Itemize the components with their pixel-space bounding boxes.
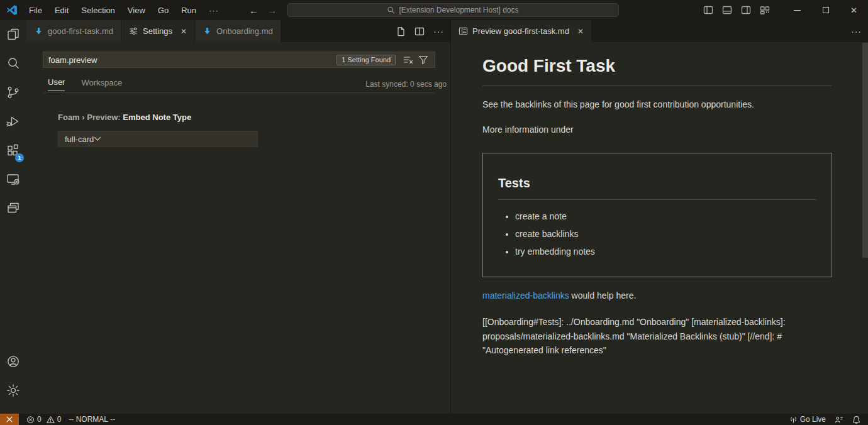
status-bar: 0 0 -- NORMAL -- Go Live [0, 414, 868, 425]
maximize-button[interactable] [811, 0, 840, 20]
last-synced-label: Last synced: 0 secs ago [365, 80, 447, 89]
filter-funnel-icon[interactable] [418, 55, 428, 65]
minimize-button[interactable] [783, 0, 811, 20]
notifications-button[interactable] [852, 416, 860, 424]
tab-good-first-task[interactable]: good-first-task.md [26, 20, 121, 42]
menu-edit[interactable]: Edit [50, 3, 74, 18]
right-editor-actions: ··· [851, 20, 862, 42]
preview-link-references: [[Onboarding#Tests]: ../Onboarding.md "O… [482, 315, 832, 358]
menu-run[interactable]: Run [176, 3, 201, 18]
remote-explorer-icon [6, 172, 21, 187]
markdown-file-icon [34, 26, 43, 36]
setting-category-label: Foam › Preview: [58, 113, 123, 122]
sidebar-item-remote-explorer[interactable] [0, 165, 26, 194]
materialized-backlinks-link[interactable]: materialized-backlinks [482, 290, 569, 301]
close-tab-icon[interactable]: ✕ [181, 27, 187, 36]
open-settings-json-icon[interactable] [396, 26, 406, 36]
settings-search-input[interactable] [43, 55, 337, 65]
error-icon [26, 416, 35, 424]
tab-label: Onboarding.md [216, 26, 273, 36]
clear-filters-icon[interactable] [403, 55, 413, 65]
vscode-logo-icon [6, 4, 18, 16]
forward-arrow-icon[interactable]: → [267, 5, 277, 16]
list-item: try embedding notes [515, 245, 816, 258]
sidebar-item-source-control[interactable] [0, 78, 26, 107]
sidebar-item-run-debug[interactable] [0, 107, 26, 136]
setting-title: Foam › Preview: Embed Note Type [58, 113, 191, 122]
window-controls: ✕ [783, 0, 868, 20]
select-value: full-card [65, 135, 94, 144]
toggle-panel-left-icon[interactable] [703, 5, 713, 15]
close-window-button[interactable]: ✕ [840, 0, 868, 20]
preview-title: Good First Task [482, 53, 832, 86]
go-live-button[interactable]: Go Live [789, 415, 826, 424]
error-count: 0 [37, 415, 42, 424]
source-control-icon [6, 85, 21, 100]
embedded-note-list: create a note create backlinks try embed… [498, 210, 816, 258]
search-icon [387, 6, 395, 14]
tab-label: Settings [143, 26, 172, 36]
explorer-icon [6, 27, 21, 42]
menu-go[interactable]: Go [153, 3, 174, 18]
sidebar-item-search[interactable] [0, 49, 26, 78]
toggle-panel-bottom-icon[interactable] [722, 5, 732, 15]
open-preview-icon [459, 26, 468, 36]
more-actions-icon[interactable]: ··· [433, 26, 444, 36]
go-live-label: Go Live [800, 415, 826, 424]
remote-icon [5, 415, 14, 424]
link-suffix-text: would help here. [569, 290, 637, 301]
menu-selection[interactable]: Selection [76, 3, 120, 18]
preview-scrollbar-thumb[interactable] [862, 43, 868, 258]
editor-group-left: good-first-task.md Settings ✕ Onboarding… [26, 20, 450, 414]
remote-indicator[interactable] [0, 414, 19, 425]
chevron-down-icon [94, 136, 101, 141]
embed-note-type-select[interactable]: full-card [58, 131, 258, 147]
tab-onboarding[interactable]: Onboarding.md [195, 20, 281, 42]
menu-view[interactable]: View [123, 3, 150, 18]
feedback-button[interactable] [835, 416, 843, 424]
more-actions-icon[interactable]: ··· [851, 26, 862, 36]
broadcast-icon [789, 416, 798, 424]
bell-icon [852, 416, 860, 424]
embedded-note-card: Tests create a note create backlinks try… [482, 153, 832, 277]
menu-file[interactable]: File [24, 3, 47, 18]
command-center-search[interactable]: [Extension Development Host] docs [287, 3, 619, 17]
settings-results-badge: 1 Setting Found [337, 55, 396, 65]
list-item: create a note [515, 210, 816, 223]
back-arrow-icon[interactable]: ← [249, 5, 259, 16]
stacked-windows-icon [6, 201, 21, 216]
menu-overflow-ellipsis-icon[interactable]: ··· [204, 3, 224, 18]
customize-layout-icon[interactable] [760, 5, 770, 15]
settings-scope-tabs: User Workspace Last synced: 0 secs ago [48, 77, 447, 92]
setting-name-label: Embed Note Type [123, 113, 191, 122]
left-editor-actions: ··· [396, 20, 444, 42]
tab-settings[interactable]: Settings ✕ [121, 20, 195, 42]
settings-divider [43, 92, 435, 93]
scope-tab-workspace[interactable]: Workspace [81, 78, 122, 91]
vim-mode-label: -- NORMAL -- [69, 415, 115, 424]
close-tab-icon[interactable]: ✕ [577, 27, 584, 36]
extensions-badge: 1 [15, 153, 24, 162]
accounts-button[interactable] [0, 347, 26, 376]
right-tabbar: Preview good-first-task.md ✕ ··· [451, 20, 868, 42]
sidebar-item-explorer[interactable] [0, 20, 26, 49]
toggle-panel-right-icon[interactable] [741, 5, 751, 15]
scope-tab-user[interactable]: User [48, 77, 65, 91]
warning-count: 0 [57, 415, 62, 424]
sidebar-item-windows[interactable] [0, 194, 26, 223]
sidebar-item-extensions[interactable]: 1 [0, 136, 26, 165]
close-icon: ✕ [850, 6, 857, 15]
tab-preview-good-first-task[interactable]: Preview good-first-task.md ✕ [451, 20, 592, 42]
preview-intro: See the backlinks of this page for good … [482, 98, 832, 111]
gear-icon [6, 383, 21, 398]
preview-link-paragraph: materialized-backlinks would help here. [482, 289, 832, 302]
minimize-icon [794, 10, 801, 11]
settings-sliders-icon [129, 26, 138, 36]
vim-mode-indicator[interactable]: -- NORMAL -- [69, 415, 115, 424]
embedded-note-title: Tests [498, 174, 816, 200]
split-editor-icon[interactable] [415, 26, 425, 36]
settings-gear-button[interactable] [0, 376, 26, 405]
problems-indicator[interactable]: 0 0 [26, 415, 61, 424]
maximize-icon [823, 7, 829, 13]
left-tabbar: good-first-task.md Settings ✕ Onboarding… [26, 20, 450, 42]
